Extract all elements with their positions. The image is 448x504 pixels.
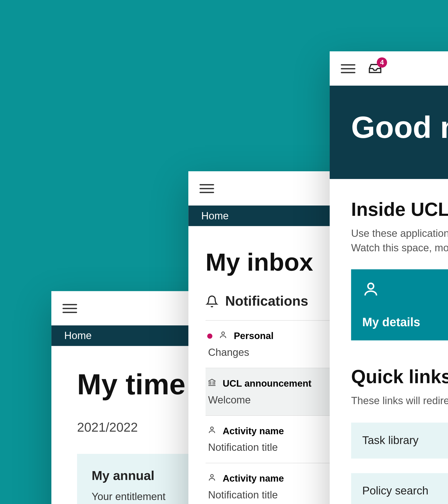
quick-link-policy-search[interactable]: Policy search: [351, 473, 448, 504]
bell-icon: [206, 295, 218, 307]
activity-icon: [207, 425, 216, 437]
svg-point-6: [368, 284, 374, 289]
unread-dot-icon: [207, 333, 212, 339]
quick-links-subtitle: These links will redirect you to other U…: [351, 394, 448, 408]
window-dashboard: 4 Good morning Marv Inside UCL applicati…: [330, 51, 448, 504]
apps-subtitle: Use these applications to organise your …: [351, 226, 448, 255]
menu-icon[interactable]: [341, 61, 355, 76]
activity-icon: [207, 378, 216, 389]
person-icon: [362, 280, 448, 299]
quick-link-task-library[interactable]: Task library: [351, 423, 448, 458]
greeting: Good morning Marv: [351, 110, 448, 145]
activity-name: UCL announcement: [223, 378, 311, 389]
svg-point-2: [211, 474, 213, 477]
quick-links-grid: Task libraryRoom bookingTrainingPolicy s…: [351, 423, 448, 504]
svg-point-1: [211, 427, 213, 430]
quick-link-label: Task library: [362, 434, 418, 447]
activity-icon: [207, 473, 216, 485]
activity-name: Personal: [234, 331, 274, 342]
hero: Good morning Marv: [330, 86, 448, 179]
quick-links-heading: Quick links: [351, 366, 448, 388]
menu-icon[interactable]: [199, 181, 214, 196]
tile-label: My details: [362, 316, 448, 329]
activity-icon: [218, 330, 228, 342]
topbar: 4: [330, 51, 448, 86]
quick-link-label: Policy search: [362, 485, 429, 498]
app-tile-my-details[interactable]: My details: [351, 270, 448, 341]
svg-point-0: [222, 332, 224, 335]
apps-heading: Inside UCL applications: [351, 198, 448, 220]
activity-name: Activity name: [223, 426, 284, 437]
badge-count: 4: [377, 57, 387, 68]
activity-name: Activity name: [223, 473, 284, 485]
app-tiles: My detailsMy time offConflict: [351, 270, 448, 341]
menu-icon[interactable]: [63, 301, 77, 315]
inbox-button[interactable]: 4: [368, 62, 382, 75]
